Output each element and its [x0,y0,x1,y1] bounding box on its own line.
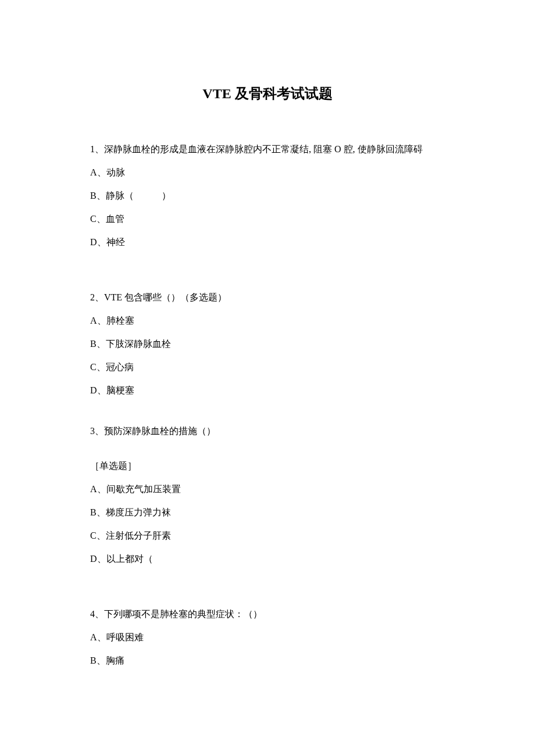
question-2-text: 2、VTE 包含哪些（）（多选题） [90,286,445,309]
question-1-option-c: C、血管 [90,207,445,231]
question-3-text: 3、预防深静脉血栓的措施（） [90,420,445,443]
question-2-option-c: C、冠心病 [90,356,445,379]
question-3-option-a: A、间歇充气加压装置 [90,478,445,501]
question-4-text: 4、下列哪项不是肺栓塞的典型症状：（） [90,603,445,626]
question-1-text: 1、深静脉血栓的形成是血液在深静脉腔内不正常凝结, 阻塞 O 腔, 使静脉回流障… [90,138,445,161]
question-1: 1、深静脉血栓的形成是血液在深静脉腔内不正常凝结, 阻塞 O 腔, 使静脉回流障… [90,138,445,254]
question-1-option-b: B、静脉（ ） [90,184,445,207]
question-3-note: ［单选题］ [90,454,445,478]
question-4-option-b: B、胸痛 [90,649,445,672]
question-2-option-d: D、脑梗塞 [90,379,445,402]
question-2-option-a: A、肺栓塞 [90,309,445,332]
question-2-option-b: B、下肢深静脉血栓 [90,332,445,356]
question-1-option-d: D、神经 [90,231,445,254]
question-4: 4、下列哪项不是肺栓塞的典型症状：（） A、呼吸困难 B、胸痛 [90,603,445,672]
question-4-option-a: A、呼吸困难 [90,626,445,649]
page-title: VTE 及骨科考试试题 [90,84,445,103]
question-3-option-c: C、注射低分子肝素 [90,524,445,547]
question-3: 3、预防深静脉血栓的措施（） ［单选题］ A、间歇充气加压装置 B、梯度压力弹力… [90,420,445,571]
question-3-option-d: D、以上都对（ [90,547,445,571]
question-1-option-a: A、动脉 [90,161,445,184]
question-3-option-b: B、梯度压力弹力袜 [90,501,445,524]
question-2: 2、VTE 包含哪些（）（多选题） A、肺栓塞 B、下肢深静脉血栓 C、冠心病 … [90,286,445,402]
